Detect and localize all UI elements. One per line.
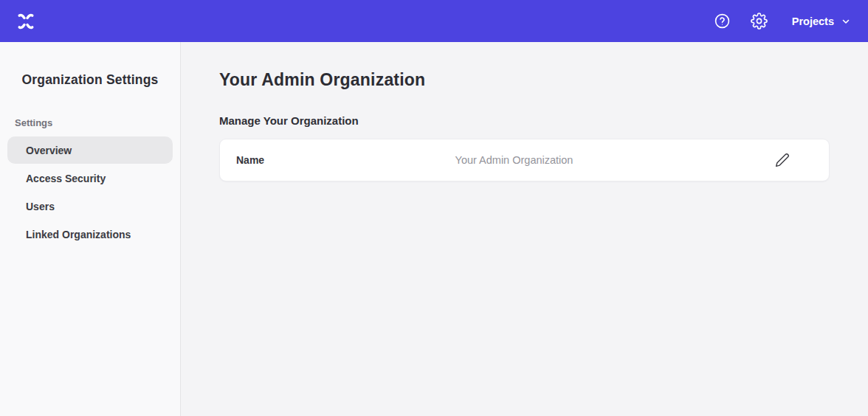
organization-name-value: Your Admin Organization [455, 154, 574, 166]
organization-name-row: Name Your Admin Organization [219, 139, 830, 181]
edit-name-button[interactable] [773, 150, 792, 170]
organization-settings-sidebar: Organization Settings Settings Overview … [0, 42, 181, 416]
sidebar-item-overview[interactable]: Overview [7, 136, 173, 164]
sidebar-item-label: Linked Organizations [26, 229, 131, 240]
brand-x-logo-icon[interactable] [13, 9, 38, 34]
projects-menu-label: Projects [792, 15, 834, 27]
gear-icon[interactable] [751, 13, 768, 30]
sidebar-item-linked-organizations[interactable]: Linked Organizations [7, 221, 173, 248]
projects-menu-button[interactable]: Projects [792, 15, 850, 27]
name-field-label: Name [236, 154, 455, 166]
sidebar-item-label: Overview [26, 145, 72, 156]
main-content: Your Admin Organization Manage Your Orga… [181, 42, 868, 416]
sidebar-nav-list: Overview Access Security Users Linked Or… [0, 136, 180, 248]
sidebar-item-label: Users [26, 201, 55, 212]
top-navigation-bar: Projects [0, 0, 868, 42]
help-icon[interactable] [714, 13, 731, 30]
sidebar-item-access-security[interactable]: Access Security [7, 164, 173, 192]
chevron-down-icon [841, 17, 850, 26]
sidebar-item-label: Access Security [26, 173, 106, 184]
section-heading: Manage Your Organization [219, 114, 830, 127]
sidebar-item-users[interactable]: Users [7, 193, 173, 220]
page-title: Your Admin Organization [219, 70, 830, 90]
sidebar-section-label: Settings [15, 117, 180, 128]
sidebar-title: Organization Settings [0, 72, 180, 88]
